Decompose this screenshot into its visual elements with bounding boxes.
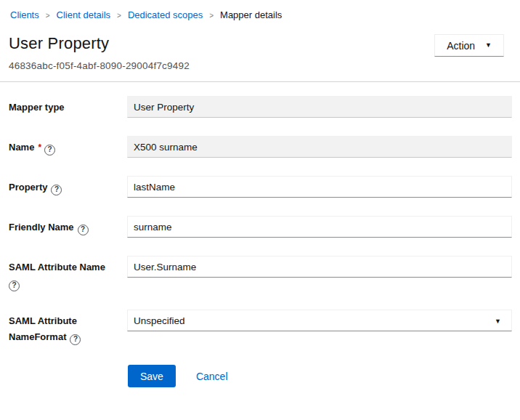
field-label-group: Friendly Name? — [9, 216, 118, 235]
input-col — [127, 176, 512, 198]
mapper-id: 46836abc-f05f-4abf-8090-29004f7c9492 — [9, 60, 190, 71]
form-row-name: Name*? — [9, 136, 512, 158]
input-col — [127, 256, 512, 278]
action-dropdown-label: Action — [447, 40, 475, 52]
field-label-group: Property? — [9, 176, 118, 195]
caret-down-icon: ▼ — [495, 318, 501, 325]
breadcrumb-separator-icon: > — [117, 11, 121, 20]
field-label-group: SAML Attribute Name? — [9, 256, 118, 291]
page-header: Clients > Client details > Dedicated sco… — [0, 0, 520, 71]
mapper-form: Mapper type Name*? Property? Friendly Na… — [0, 82, 520, 387]
breadcrumb-separator-icon: > — [209, 11, 214, 20]
mapper-type-label: Mapper type — [9, 102, 65, 113]
friendly-name-input[interactable] — [127, 216, 512, 238]
input-col — [127, 216, 512, 238]
form-actions: Save Cancel — [128, 365, 512, 387]
field-label-group: Mapper type — [9, 96, 118, 116]
friendly-name-label: Friendly Name — [9, 222, 74, 233]
saml-attribute-nameformat-label: SAML Attribute NameFormat — [9, 315, 77, 342]
help-icon[interactable]: ? — [70, 334, 81, 345]
saml-attribute-name-input[interactable] — [127, 256, 512, 278]
form-row-mapper-type: Mapper type — [9, 96, 512, 118]
form-row-saml-attribute-nameformat: SAML Attribute NameFormat? Unspecified ▼ — [9, 310, 512, 345]
save-button[interactable]: Save — [128, 365, 176, 387]
page-title: User Property — [9, 34, 190, 53]
mapper-type-input — [127, 96, 512, 118]
action-dropdown-button[interactable]: Action ▼ — [434, 34, 504, 57]
form-row-friendly-name: Friendly Name? — [9, 216, 512, 238]
input-col — [127, 136, 512, 158]
breadcrumb-mapper-details: Mapper details — [220, 9, 282, 20]
name-label: Name — [9, 142, 34, 153]
input-col: Unspecified ▼ — [127, 310, 512, 331]
field-label-group: SAML Attribute NameFormat? — [9, 310, 118, 345]
help-icon[interactable]: ? — [9, 280, 20, 291]
title-block: User Property 46836abc-f05f-4abf-8090-29… — [9, 34, 190, 71]
help-icon[interactable]: ? — [51, 185, 62, 195]
name-input — [127, 136, 512, 158]
required-asterisk: * — [38, 142, 41, 153]
form-row-property: Property? — [9, 176, 512, 198]
saml-attribute-name-label: SAML Attribute Name — [9, 262, 105, 272]
breadcrumb: Clients > Client details > Dedicated sco… — [10, 9, 504, 20]
form-row-saml-attribute-name: SAML Attribute Name? — [9, 256, 512, 291]
breadcrumb-clients[interactable]: Clients — [10, 9, 39, 20]
title-row: User Property 46836abc-f05f-4abf-8090-29… — [10, 34, 504, 71]
field-label-group: Name*? — [9, 136, 118, 156]
input-col — [127, 96, 512, 118]
help-icon[interactable]: ? — [78, 225, 89, 235]
caret-down-icon: ▼ — [485, 42, 492, 49]
help-icon[interactable]: ? — [44, 145, 55, 156]
property-label: Property — [9, 182, 47, 193]
breadcrumb-dedicated-scopes[interactable]: Dedicated scopes — [128, 9, 203, 20]
property-input[interactable] — [127, 176, 512, 198]
breadcrumb-separator-icon: > — [46, 11, 50, 20]
nameformat-selected-value: Unspecified — [134, 315, 185, 326]
nameformat-select[interactable]: Unspecified ▼ — [127, 310, 512, 331]
breadcrumb-client-details[interactable]: Client details — [57, 9, 110, 20]
cancel-link[interactable]: Cancel — [196, 371, 228, 382]
